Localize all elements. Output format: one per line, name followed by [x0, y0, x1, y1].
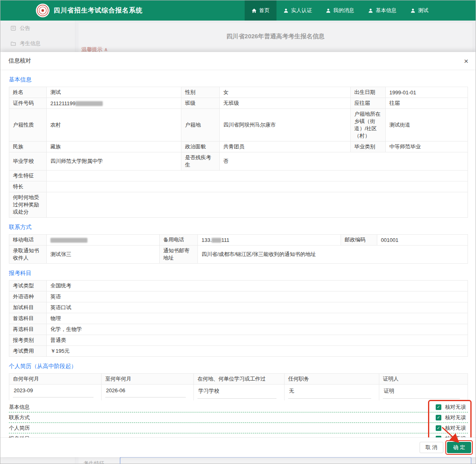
confirm-button[interactable]: 确 定	[447, 442, 471, 453]
field-label: 政治面貌	[181, 141, 220, 152]
field-label: 外语语种	[9, 291, 47, 302]
close-icon[interactable]: ×	[464, 57, 468, 65]
resume-cell: 证明	[379, 385, 468, 401]
field-value: 133.111	[198, 235, 341, 246]
app-title: 四川省招生考试综合报名系统	[54, 6, 143, 15]
checkbox-label[interactable]: 核对无误	[445, 435, 466, 438]
table-row: 何时何地受过何种奖励或处分	[9, 192, 468, 218]
resume-cell: 2026-06	[102, 385, 194, 401]
field-label: 再选科目	[9, 324, 47, 335]
field-value: 四川师范大学附属中学	[47, 152, 181, 171]
table-row: 录取通知书收件人 测试张三 通知书邮寄地址 四川省/成都市/锦江区/张三能收到的…	[9, 246, 468, 264]
checkbox-label[interactable]: 核对无误	[445, 404, 466, 411]
confirm-row-basic: 基本信息 ✓ 核对无误	[9, 402, 468, 412]
table-row: 报考类别普通类	[9, 335, 468, 346]
redacted-phone-digits	[212, 238, 221, 243]
nav-item-basic-info[interactable]: 基本信息	[361, 0, 403, 21]
field-value: 女	[220, 87, 351, 98]
field-value: 中等师范毕业	[386, 141, 468, 152]
resume-cell: 无	[285, 385, 379, 401]
field-value: 往届	[386, 98, 468, 109]
field-value: ￥195元	[47, 346, 468, 357]
field-label: 应往届	[351, 98, 386, 109]
nav-item-home[interactable]: 首页	[245, 0, 276, 21]
checkbox-checked-icon[interactable]: ✓	[436, 415, 441, 420]
field-label: 报考类别	[9, 335, 47, 346]
field-label: 证件号码	[9, 98, 47, 109]
field-label: 毕业类别	[351, 141, 386, 152]
modal-body: 基本信息 姓名 测试 性别 女 出生日期 1999-01-01 证件号码 211…	[0, 70, 476, 437]
resume-field: 证明	[383, 387, 460, 399]
table-row: 姓名 测试 性别 女 出生日期 1999-01-01	[9, 87, 468, 98]
field-label: 何时何地受过何种奖励或处分	[9, 192, 47, 218]
field-label: 考试类型	[9, 281, 47, 291]
field-value	[47, 192, 468, 218]
field-value: 无班级	[220, 98, 351, 109]
field-label: 首选科目	[9, 313, 47, 324]
checkbox-checked-icon[interactable]: ✓	[436, 404, 441, 410]
app-logo	[36, 4, 50, 17]
cancel-button[interactable]: 取 消	[420, 442, 444, 453]
table-row: 首选科目物理	[9, 313, 468, 324]
field-label: 是否残疾考生	[181, 152, 220, 171]
resume-field: 学习学校	[197, 387, 276, 399]
confirm-row-resume: 个人简历 ✓ 核对无误	[9, 423, 468, 433]
field-value: 001001	[377, 235, 468, 246]
nav-item-real-auth[interactable]: 实人认证	[276, 0, 319, 21]
section-heading-subjects: 报考科目	[9, 270, 468, 277]
home-icon	[252, 8, 257, 13]
checkbox-label[interactable]: 核对无误	[445, 414, 466, 421]
confirm-row-label: 基本信息	[9, 404, 30, 411]
field-label: 备用电话	[160, 235, 198, 246]
field-label: 录取通知书收件人	[9, 246, 47, 264]
modal-header: 信息核对 ×	[0, 52, 476, 70]
field-value: 藏族	[47, 141, 181, 152]
id-number-visible: 211211199	[50, 100, 75, 106]
field-value	[47, 171, 468, 181]
field-label: 通知书邮寄地址	[160, 246, 198, 264]
backup-phone-prefix: 133.	[202, 237, 212, 243]
checkbox-label[interactable]: 核对无误	[445, 424, 466, 432]
table-row: 加试科目英语口试	[9, 302, 468, 313]
resume-cell: 2023-09	[9, 385, 102, 401]
field-label: 民族	[9, 141, 47, 152]
table-row: 考试费用￥195元	[9, 346, 468, 357]
user-icon	[283, 8, 289, 13]
field-value: 普通类	[47, 335, 468, 346]
app-header: 四川省招生考试综合报名系统 首页 实人认证 我的消息	[0, 0, 476, 21]
field-label: 姓名	[9, 87, 47, 98]
nav-label: 实人认证	[291, 7, 312, 14]
checkbox-checked-icon[interactable]: ✓	[436, 436, 441, 438]
section-heading-contact: 联系方式	[9, 224, 468, 231]
table-row: 户籍性质 农村 户籍地 四川省阿坝州马尔康市 户籍地所在乡镇（街道）/社区（村）…	[9, 109, 468, 141]
ok-button-wrap: 确 定	[447, 442, 471, 453]
column-header: 至何年何月	[102, 374, 194, 385]
confirm-checkbox-subjects[interactable]: ✓ 核对无误	[436, 435, 466, 438]
confirm-checkbox-contact[interactable]: ✓ 核对无误	[436, 414, 466, 421]
table-row: 考试类型全国统考	[9, 281, 468, 291]
modal-title: 信息核对	[8, 57, 31, 65]
modal-footer: 取 消 确 定	[0, 437, 476, 457]
nav-label: 我的消息	[333, 7, 354, 14]
backup-phone-suffix: 111	[221, 237, 229, 243]
confirm-checkbox-basic[interactable]: ✓ 核对无误	[436, 404, 466, 411]
field-label: 加试科目	[9, 302, 47, 313]
resume-field: 无	[288, 387, 371, 399]
section-heading-resume: 个人简历（从高中阶段起）	[9, 363, 468, 370]
table-row: 再选科目化学，生物学	[9, 324, 468, 335]
main-nav: 首页 实人认证 我的消息 基本信息	[245, 0, 435, 21]
nav-item-test[interactable]: 测试	[403, 0, 435, 21]
confirm-checkbox-resume[interactable]: ✓ 核对无误	[436, 424, 466, 432]
resume-table: 自何年何月 至何年何月 在何地、何单位学习或工作过 任何职务 证明人 2023-…	[9, 373, 468, 400]
checkbox-checked-icon[interactable]: ✓	[436, 425, 441, 431]
field-label: 班级	[181, 98, 220, 109]
user-icon	[368, 8, 373, 13]
column-header: 任何职务	[285, 374, 379, 385]
field-value: 测试张三	[47, 246, 160, 264]
field-label: 出生日期	[351, 87, 386, 98]
field-value: 英语口试	[47, 302, 468, 313]
nav-item-messages[interactable]: 我的消息	[319, 0, 361, 21]
field-value: 农村	[47, 109, 181, 141]
field-value: 测试	[47, 87, 181, 98]
table-row: 移动电话 备用电话 133.111 邮政编码 001001	[9, 235, 468, 246]
